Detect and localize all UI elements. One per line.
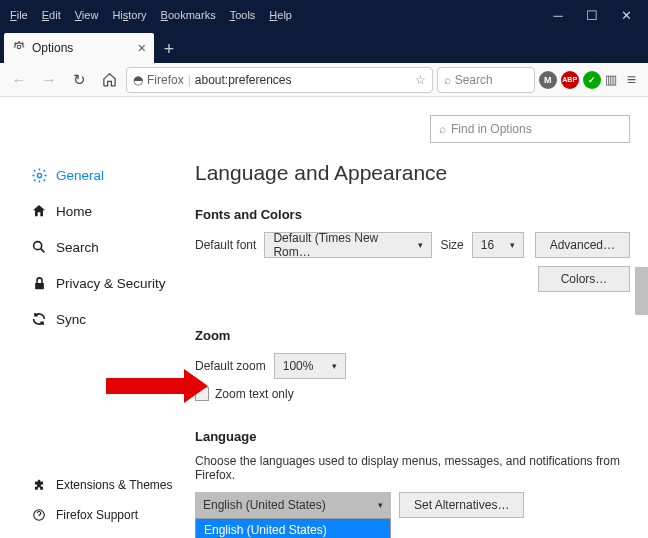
home-button[interactable] [96, 67, 122, 93]
language-dropdown[interactable]: English (United States)▾ English (United… [195, 492, 391, 518]
firefox-icon: ◓ [133, 73, 143, 87]
puzzle-icon [30, 476, 48, 494]
url-bar[interactable]: ◓ Firefox | about:preferences ☆ [126, 67, 433, 93]
sidebar-label: General [56, 168, 104, 183]
chevron-down-icon: ▾ [378, 500, 383, 510]
new-tab-button[interactable]: + [154, 35, 184, 63]
extension-m-icon[interactable]: M [539, 71, 557, 89]
menu-help[interactable]: Help [263, 5, 298, 25]
extension-abp-icon[interactable]: ABP [561, 71, 579, 89]
sidebar-extensions[interactable]: Extensions & Themes [24, 470, 179, 500]
menu-history[interactable]: History [106, 5, 152, 25]
advanced-button[interactable]: Advanced… [535, 232, 630, 258]
colors-button[interactable]: Colors… [538, 266, 630, 292]
search-icon: ⌕ [439, 122, 446, 136]
language-desc: Choose the languages used to display men… [195, 454, 630, 482]
window-controls: ─ ☐ ✕ [550, 8, 644, 23]
gear-icon [12, 40, 26, 57]
sidebar: General Home Search Privacy & Security S… [0, 97, 195, 538]
sidebar-label: Sync [56, 312, 86, 327]
url-prefix: Firefox [147, 73, 184, 87]
sidebar-item-home[interactable]: Home [24, 193, 195, 229]
sync-icon [30, 310, 48, 328]
sidebar-item-search[interactable]: Search [24, 229, 195, 265]
language-option-english[interactable]: English (United States) [196, 519, 390, 538]
searchbox-placeholder: Search [455, 73, 493, 87]
search-icon [30, 238, 48, 256]
menu-bookmarks[interactable]: Bookmarks [155, 5, 222, 25]
tab-label: Options [32, 41, 73, 55]
chevron-down-icon: ▾ [332, 361, 337, 371]
svg-point-1 [37, 173, 41, 177]
default-font-select[interactable]: Default (Times New Rom…▾ [264, 232, 432, 258]
svg-point-2 [34, 242, 42, 250]
menu-tools[interactable]: Tools [224, 5, 262, 25]
titlebar: File Edit View History Bookmarks Tools H… [0, 0, 648, 30]
zoom-heading: Zoom [195, 328, 630, 343]
searchbox[interactable]: ⌕ Search [437, 67, 535, 93]
hamburger-menu[interactable]: ≡ [621, 71, 642, 89]
tab-options[interactable]: Options × [4, 33, 154, 63]
tab-strip: Options × + [0, 30, 648, 63]
library-icon[interactable]: ▥ [605, 72, 617, 87]
sidebar-label: Privacy & Security [56, 276, 166, 291]
sidebar-label: Firefox Support [56, 508, 138, 522]
reload-button[interactable]: ↻ [66, 67, 92, 93]
svg-rect-3 [35, 282, 44, 288]
sidebar-item-general[interactable]: General [24, 157, 195, 193]
navbar: ← → ↻ ◓ Firefox | about:preferences ☆ ⌕ … [0, 63, 648, 97]
size-label: Size [440, 238, 463, 252]
default-zoom-select[interactable]: 100%▾ [274, 353, 346, 379]
home-icon [30, 202, 48, 220]
content: General Home Search Privacy & Security S… [0, 97, 648, 538]
menubar: File Edit View History Bookmarks Tools H… [4, 5, 298, 25]
sidebar-label: Extensions & Themes [56, 478, 173, 492]
menu-file[interactable]: File [4, 5, 34, 25]
minimize-button[interactable]: ─ [550, 8, 566, 23]
star-icon[interactable]: ☆ [415, 73, 426, 87]
language-dropdown-list: English (United States) Romanian Search … [195, 518, 391, 538]
chevron-down-icon: ▾ [510, 240, 515, 250]
back-button[interactable]: ← [6, 67, 32, 93]
zoom-text-only-label: Zoom text only [215, 387, 294, 401]
menu-edit[interactable]: Edit [36, 5, 67, 25]
chevron-down-icon: ▾ [418, 240, 423, 250]
sidebar-label: Home [56, 204, 92, 219]
question-icon [30, 506, 48, 524]
font-size-select[interactable]: 16▾ [472, 232, 524, 258]
extension-check-icon[interactable]: ✓ [583, 71, 601, 89]
fonts-heading: Fonts and Colors [195, 207, 630, 222]
default-font-label: Default font [195, 238, 256, 252]
sidebar-item-privacy[interactable]: Privacy & Security [24, 265, 195, 301]
forward-button[interactable]: → [36, 67, 62, 93]
search-icon: ⌕ [444, 73, 451, 87]
lock-icon [30, 274, 48, 292]
sidebar-support[interactable]: Firefox Support [24, 500, 179, 530]
sidebar-label: Search [56, 240, 99, 255]
svg-point-0 [17, 45, 21, 49]
menu-view[interactable]: View [69, 5, 105, 25]
gear-icon [30, 166, 48, 184]
page-heading: Language and Appearance [195, 161, 630, 185]
scrollbar-thumb[interactable] [635, 267, 648, 315]
find-placeholder: Find in Options [451, 122, 532, 136]
language-heading: Language [195, 429, 630, 444]
set-alternatives-button[interactable]: Set Alternatives… [399, 492, 524, 518]
annotation-arrow [106, 378, 184, 394]
find-in-options[interactable]: ⌕ Find in Options [430, 115, 630, 143]
close-window-button[interactable]: ✕ [618, 8, 634, 23]
url-text: about:preferences [195, 73, 411, 87]
maximize-button[interactable]: ☐ [584, 8, 600, 23]
sidebar-item-sync[interactable]: Sync [24, 301, 195, 337]
main-panel: ⌕ Find in Options Language and Appearanc… [195, 97, 648, 538]
language-dropdown-button[interactable]: English (United States)▾ [195, 492, 391, 518]
close-tab-icon[interactable]: × [138, 40, 146, 56]
